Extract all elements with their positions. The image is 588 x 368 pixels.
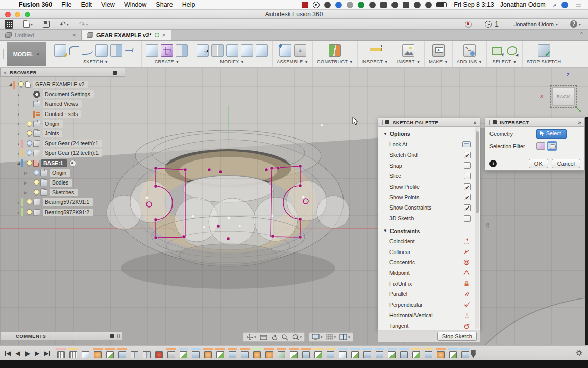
timeline-item-extrude[interactable] bbox=[192, 351, 200, 358]
battery-icon[interactable] bbox=[436, 2, 447, 7]
collapse-panel-icon[interactable]: « bbox=[4, 70, 7, 75]
tree-item-origin[interactable]: › Origin bbox=[0, 119, 125, 129]
drive-icon[interactable] bbox=[380, 2, 387, 8]
spotlight-icon[interactable]: ⌕ bbox=[549, 1, 561, 9]
constraint-concentric[interactable]: Concentric bbox=[378, 257, 480, 268]
tab-gear-example[interactable]: GEAR EXAMPLE v2* × bbox=[82, 30, 172, 40]
panel-grip[interactable] bbox=[117, 334, 120, 338]
constraint-parallel[interactable]: Parallel bbox=[378, 289, 480, 300]
viewports-button[interactable]: ▾ bbox=[339, 334, 350, 340]
timeline-item-component[interactable] bbox=[57, 351, 65, 358]
wifi-icon[interactable] bbox=[414, 2, 421, 8]
fillet-icon[interactable] bbox=[69, 46, 79, 55]
constraint-coincident[interactable]: Coincident bbox=[378, 236, 480, 247]
timeline-item-body[interactable] bbox=[82, 351, 89, 358]
siri-icon[interactable] bbox=[561, 2, 568, 8]
geometry-select-button[interactable]: Select bbox=[536, 129, 567, 139]
body-filter-icon[interactable] bbox=[548, 142, 556, 150]
close-tab-icon[interactable]: × bbox=[72, 32, 76, 39]
menu-window[interactable]: Window bbox=[119, 1, 151, 8]
options-section-header[interactable]: ▼Options bbox=[378, 127, 480, 139]
tree-item-contact-sets[interactable]: › Contact : sets bbox=[0, 109, 125, 119]
menu-clock[interactable]: Fri Sep 8 3:13 bbox=[451, 1, 497, 8]
help-button[interactable]: ?▾ bbox=[570, 20, 581, 28]
panel-grip[interactable] bbox=[120, 70, 122, 75]
timeline-item-mirror[interactable] bbox=[131, 351, 138, 358]
redo-button[interactable]: ↷▾ bbox=[79, 20, 88, 28]
timeline-item-extrude[interactable] bbox=[118, 351, 126, 358]
timeline-item-extrude[interactable] bbox=[302, 351, 310, 358]
modify-group-label[interactable]: MODIFY▼ bbox=[220, 59, 244, 64]
inspect-group-label[interactable]: INSPECT▼ bbox=[362, 59, 388, 64]
tree-item-bearing-2[interactable]: › Bearing5972K91:2 bbox=[0, 207, 125, 217]
expander-icon[interactable]: › bbox=[15, 199, 21, 205]
chamfer-icon[interactable] bbox=[241, 44, 253, 57]
timeline-item-mirror[interactable] bbox=[143, 351, 151, 358]
stop-sketch-icon[interactable] bbox=[538, 44, 550, 57]
timeline-item-extrude[interactable] bbox=[229, 351, 236, 358]
timeline-item-extrude[interactable] bbox=[327, 351, 334, 358]
zoom-window-button[interactable]: ▾ bbox=[292, 334, 302, 341]
status-icon-1[interactable] bbox=[324, 2, 331, 8]
display-settings-button[interactable]: ▾ bbox=[312, 334, 323, 340]
panel-dock-icon[interactable] bbox=[113, 71, 117, 75]
3d-sketch-checkbox[interactable] bbox=[464, 215, 471, 222]
timeline-item-extrude[interactable] bbox=[400, 351, 408, 358]
look-at-button[interactable] bbox=[462, 141, 471, 147]
stop-sketch-button[interactable]: Stop Sketch bbox=[437, 332, 477, 341]
unpin-panel-icon[interactable]: » bbox=[473, 119, 477, 125]
comments-icon[interactable] bbox=[110, 334, 114, 338]
expander-icon[interactable]: ◢ bbox=[15, 161, 21, 166]
timeline-item-sketch[interactable] bbox=[351, 351, 359, 358]
tree-item-spur-gear-12[interactable]: › Spur Gear (12 teeth):1 bbox=[0, 148, 125, 158]
undo-button[interactable]: ↶▾ bbox=[60, 20, 69, 28]
slice-checkbox[interactable] bbox=[464, 173, 471, 179]
sketch-filter-icon[interactable] bbox=[536, 142, 545, 150]
insert-group-label[interactable]: INSERT▼ bbox=[397, 59, 421, 64]
timeline-item-component[interactable] bbox=[69, 351, 77, 358]
select-group-label[interactable]: SELECT▼ bbox=[493, 59, 517, 64]
expander-icon[interactable]: ▹ bbox=[22, 189, 29, 196]
timeline-item-sketch[interactable] bbox=[106, 351, 114, 358]
visibility-bulb-icon[interactable] bbox=[26, 209, 32, 216]
expander-icon[interactable]: › bbox=[15, 101, 21, 107]
scrollbar-thumb[interactable] bbox=[476, 131, 479, 213]
timeline-playhead[interactable] bbox=[471, 350, 476, 358]
tree-item-joints[interactable]: › Joints bbox=[0, 129, 125, 139]
timeline-item-extrude[interactable] bbox=[425, 351, 432, 358]
timeline-item-stamp[interactable] bbox=[167, 351, 175, 358]
scripts-addins-icon[interactable] bbox=[463, 44, 476, 57]
menu-app[interactable]: Fusion 360 bbox=[14, 1, 57, 8]
tree-item-root[interactable]: ◢ GEAR EXAMPLE v2 bbox=[0, 80, 125, 89]
pan-button[interactable] bbox=[271, 334, 278, 340]
menu-user[interactable]: Jonathan Odom bbox=[497, 1, 549, 8]
create-group-label[interactable]: CREATE▼ bbox=[155, 59, 180, 64]
intersect-header[interactable]: INTERSECT » bbox=[485, 118, 584, 127]
info-icon[interactable]: i bbox=[489, 160, 497, 167]
timeline-item-sketch[interactable] bbox=[412, 351, 420, 358]
constraint-collinear[interactable]: Collinear bbox=[378, 246, 480, 257]
window-select-icon[interactable] bbox=[491, 44, 503, 57]
visibility-bulb-icon[interactable] bbox=[26, 121, 32, 127]
expander-icon[interactable]: ◢ bbox=[7, 82, 13, 87]
comments-bar[interactable]: COMMENTS bbox=[0, 331, 122, 340]
sketch-group-label[interactable]: SKETCH▼ bbox=[83, 59, 108, 64]
timeline-item-sketch[interactable] bbox=[216, 351, 224, 358]
airplay-icon[interactable] bbox=[403, 2, 409, 8]
freeform-select-icon[interactable] bbox=[506, 44, 518, 57]
expander-icon[interactable]: › bbox=[15, 91, 21, 98]
split-face-icon[interactable] bbox=[211, 44, 224, 57]
construction-plane-icon[interactable] bbox=[329, 44, 341, 57]
timeline-item-sketch[interactable] bbox=[449, 351, 457, 358]
expander-icon[interactable]: › bbox=[15, 150, 21, 156]
status-icon-4[interactable] bbox=[358, 2, 364, 8]
timeline-item-link[interactable] bbox=[278, 351, 285, 358]
timeline-item-sketch[interactable] bbox=[180, 351, 187, 358]
record-status-icon[interactable] bbox=[313, 2, 320, 8]
constraint-tangent[interactable]: Tangent bbox=[378, 320, 480, 331]
menu-edit[interactable]: Edit bbox=[76, 1, 96, 8]
show-constraints-checkbox[interactable]: ✓ bbox=[464, 204, 471, 211]
visibility-bulb-icon[interactable] bbox=[26, 199, 32, 205]
unpin-panel-icon[interactable]: » bbox=[578, 119, 581, 125]
menu-share[interactable]: Share bbox=[151, 1, 177, 8]
